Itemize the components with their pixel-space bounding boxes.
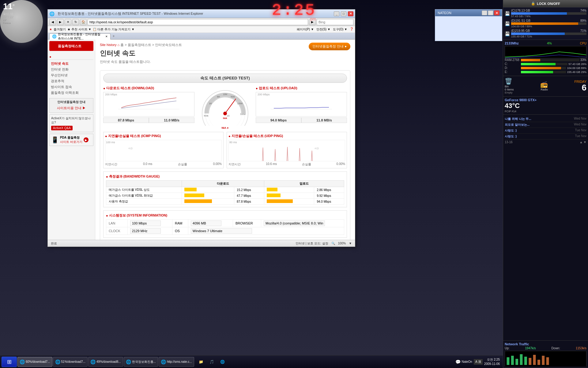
cpu-stat-e: E: 155.49 GB 29%	[505, 70, 586, 74]
drive-d-name: (D)191 S1 GB	[511, 19, 530, 22]
browser-maximize[interactable]: □	[341, 11, 346, 16]
cpu-pct-val: 4%	[547, 41, 552, 45]
add-features[interactable]: 📋 다른 추가 기능 가져오기 ▼	[93, 27, 134, 32]
taskbar-btn-4[interactable]: 🌐 한국정보화진흥...	[124, 357, 158, 367]
windows-logo: ⊞	[7, 358, 12, 365]
left-nav: ⊘ 품질측정테스트 ● 인터넷 속도 인터넷 전화 무선인터넷 경로추적 방사이…	[48, 40, 95, 240]
bw-row-3: 사용자 측정값 87.8 Mbps 94.0 Mbps	[106, 199, 344, 205]
svg-text:100M: 100M	[237, 102, 243, 105]
drive-item-e: 💾 (E)219.95 GB 71% 155.49 GB / 71%	[505, 29, 586, 39]
taskbar-app-icons: 📁 🎵 🌐	[196, 357, 228, 367]
taskbar-music[interactable]: 🎵	[207, 357, 217, 367]
page-menu[interactable]: 페이지(P) ▼	[297, 27, 314, 32]
nateon-close[interactable]: ✕	[494, 10, 499, 15]
activex-link[interactable]: ActiveX Q&A	[51, 126, 73, 130]
browser-minimize[interactable]: _	[334, 11, 339, 16]
speedometer-gauge: 500k 1M 5M 10M 50M 100M 500M 1G	[198, 86, 253, 126]
cpu-freq: 2133Mhz	[505, 41, 519, 45]
nav-section-title: ●	[49, 54, 93, 60]
lock-button[interactable]: 🔒 LOCK ON/OFF	[503, 0, 588, 7]
weather-tomorrow: 23°	[9, 16, 14, 19]
sysinfo-table: LAN RAM BROWSER	[106, 219, 344, 235]
nav-quality-history[interactable]: 품질측정 이력조회	[49, 90, 93, 96]
home-button[interactable]: 🏠	[80, 19, 87, 25]
nateon-maximize[interactable]: □	[488, 10, 493, 15]
nav-internet-speed[interactable]: 인터넷 속도	[49, 61, 93, 67]
nateon-titlebar: NATEON _ □ ✕	[435, 10, 502, 16]
tab-close[interactable]: ✕	[105, 35, 108, 38]
ime-indicator[interactable]: A 漢	[474, 359, 483, 365]
browser-close[interactable]: ✕	[348, 11, 353, 16]
svg-text:시간: 시간	[315, 147, 319, 149]
sysinfo-os-input	[191, 228, 252, 234]
msg-2-sender: 외모로 알아보는...	[505, 123, 530, 126]
taskbar-btn-3[interactable]: 🌐 49%/download8...	[88, 357, 123, 367]
help-menu[interactable]: ❓	[350, 27, 353, 32]
network-stats: Up: 1947k/s Down: 1153k/s	[505, 347, 586, 350]
d-bar-container	[521, 67, 566, 69]
tray-time: 오전 2:25	[484, 358, 500, 362]
ram-bar	[521, 59, 540, 61]
back-button[interactable]: ◀	[49, 19, 56, 25]
nateon-minimize[interactable]: _	[482, 10, 487, 15]
udp-label: 80 ms	[229, 140, 345, 144]
zoom-arrow: ▼	[349, 242, 352, 245]
pda-section: 📱 PDA 품질측정 사이트 바로가기 ▶	[49, 134, 93, 146]
bw-row-2-dl-bar	[182, 193, 234, 199]
nav-internet-phone[interactable]: 인터넷 전화	[49, 67, 93, 72]
msg-1-time: Wed Nov	[574, 117, 586, 120]
sysinfo-section: 시스템정보 (SYSTEM INFORMATION) LAN RAM	[103, 210, 347, 238]
browser-window: 🌐 한국정보화진흥원 - 인터넷품질측정시스템 INTERNET SPEED T…	[47, 9, 355, 247]
tools-menu[interactable]: 도구(O) ▼	[333, 27, 347, 32]
start-button[interactable]: ⊞	[2, 357, 17, 367]
info-button[interactable]: 인터넷품질측정 안내 ●	[309, 43, 350, 50]
taskbar-btn-5[interactable]: 🌐 http://sms.nate.c...	[159, 357, 194, 367]
sysinfo-clock-input	[130, 228, 161, 234]
search-box[interactable]	[317, 19, 353, 25]
ime-label: A 漢	[475, 360, 481, 363]
nateon-tray[interactable]: 💬 NateOn	[455, 359, 472, 364]
taskbar-btn-2[interactable]: 🌐 51%/download7...	[53, 357, 88, 367]
forward-button[interactable]: ▶	[57, 19, 64, 25]
drive-d-bar	[511, 22, 578, 25]
geforce-model: GeForce 9800 GTX+	[505, 98, 586, 102]
nav-wireless[interactable]: 무선인터넷	[49, 72, 93, 78]
panel-header: 속도 테스트 (SPEED TEST)	[103, 74, 347, 83]
download-results: 87.8 Mbps 11.0 MB/s	[103, 117, 194, 123]
webpage: ⊘ 품질측정테스트 ● 인터넷 속도 인터넷 전화 무선인터넷 경로추적 방사이…	[48, 40, 355, 240]
svg-rect-23	[515, 359, 518, 365]
download-speed-mbs: 11.0 MB/s	[149, 117, 194, 123]
e-label: E:	[505, 70, 520, 74]
msg-2-time: Wed Nov	[574, 123, 586, 126]
radio-label: Radio	[540, 88, 548, 91]
network-down-val: 1153k/s	[576, 347, 586, 350]
recycle-icon: 🗑️	[505, 78, 514, 85]
add-favorites[interactable]: ★ 추천 사이트 ▼	[67, 27, 91, 32]
drive-e-label: (E)219.95 GB 71%	[511, 29, 586, 33]
drive-d-icon: 💾	[505, 21, 510, 26]
stop-button[interactable]: ✕	[65, 19, 71, 25]
refresh-button[interactable]: ↻	[72, 19, 79, 25]
cpu-stat-c: C: 57.43 GB 26%	[505, 62, 586, 66]
svg-rect-28	[537, 360, 540, 365]
weather-today: 23°	[3, 16, 7, 19]
logo-icon: ⊘	[52, 43, 56, 49]
taskbar-folder[interactable]: 📁	[196, 357, 206, 367]
bw-row-3-dl-val: 87.8 Mbps	[234, 199, 264, 205]
active-tab[interactable]: 🌐 한국정보화진흥원 - 인터넷품질측정시스템 INTE... ✕	[49, 33, 111, 40]
nav-path-trace[interactable]: 경로추적	[49, 78, 93, 84]
bandwidth-section: 측정결과 (BANDWIDTH GAUGE) 다운로드 업로드	[103, 171, 347, 207]
new-tab-button[interactable]: +	[111, 33, 117, 39]
taskbar-btn-4-label: 한국정보화진흥...	[132, 360, 156, 364]
drive-c-bar	[511, 12, 567, 15]
recycle-state: Empty	[505, 91, 514, 94]
nav-site-access[interactable]: 방사이트 접속	[49, 84, 93, 90]
taskbar-btn-1[interactable]: 🌐 60%/download7...	[17, 357, 52, 367]
nateon-panel: NATEON _ □ ✕	[435, 9, 502, 41]
taskbar-ie[interactable]: 🌐	[218, 357, 228, 367]
drive-c-pct: 74%	[580, 9, 586, 12]
nav-banner-link[interactable]: 사이트이용 안내 ▶	[51, 105, 92, 111]
pda-link[interactable]: 사이트 바로가기	[60, 140, 82, 144]
safety-menu[interactable]: 안전(S) ▼	[316, 27, 330, 32]
favorites-label[interactable]: 즐겨찾기	[54, 27, 66, 32]
